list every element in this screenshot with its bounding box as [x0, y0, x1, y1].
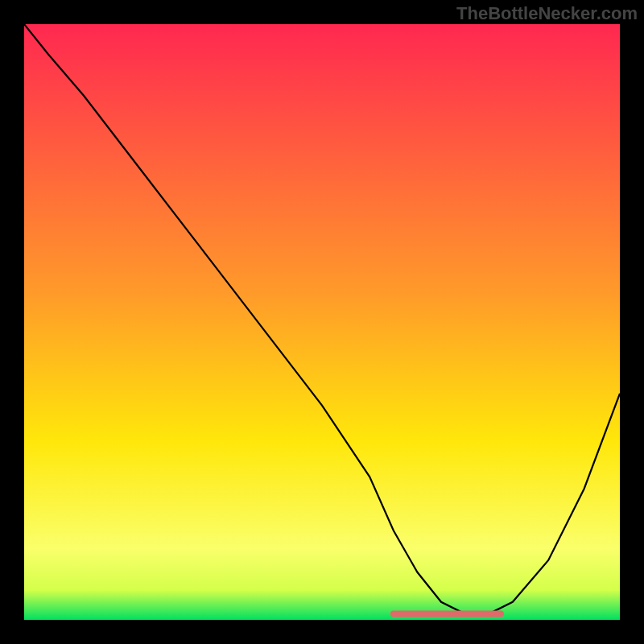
watermark-text: TheBottleNecker.com: [456, 3, 638, 24]
plot-area: [24, 24, 620, 620]
chart-container: TheBottleNecker.com: [0, 0, 644, 644]
gradient-background: [24, 24, 620, 620]
chart-svg: [24, 24, 620, 620]
